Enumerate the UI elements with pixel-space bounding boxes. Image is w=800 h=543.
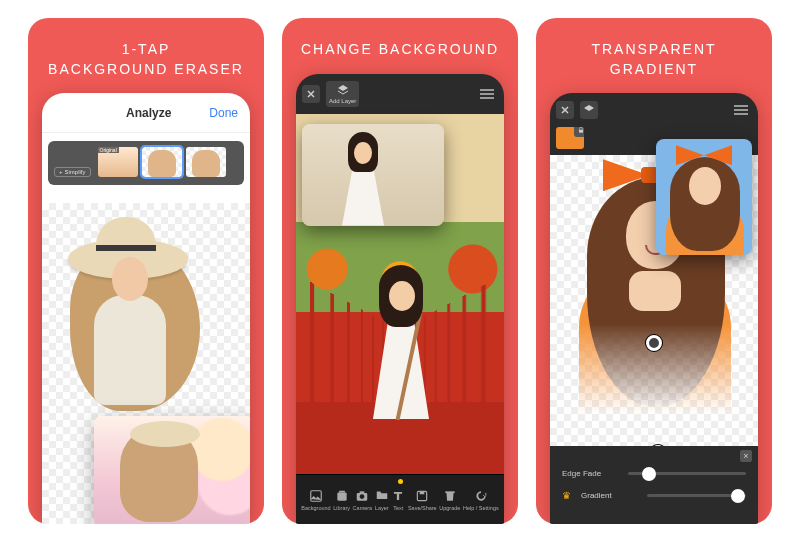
toolbar-text[interactable]: Text: [391, 489, 405, 511]
editor-header: [550, 93, 758, 127]
layer-thumb[interactable]: [556, 127, 584, 149]
svg-rect-5: [360, 491, 365, 493]
promo-card-1: 1-TAP BACKGROUND ERASER Analyze Done + S…: [28, 18, 264, 524]
gradient-handle-start[interactable]: [646, 335, 662, 351]
trash-icon: [443, 489, 457, 503]
card-title: CHANGE BACKGROUND: [301, 40, 499, 60]
thumb-cutout-1[interactable]: [142, 147, 182, 177]
menu-button[interactable]: [730, 101, 752, 119]
svg-point-4: [360, 494, 365, 499]
toolbar-camera[interactable]: Camera: [353, 489, 373, 511]
original-photo-popup: [94, 416, 250, 524]
close-button[interactable]: [556, 101, 574, 119]
toolbar-label: Text: [393, 505, 403, 511]
badge-dot: [398, 479, 403, 484]
lock-icon: [577, 127, 584, 134]
slider-edge-fade: Edge Fade: [562, 469, 746, 478]
save-icon: [415, 489, 429, 503]
header-title: Analyze: [126, 106, 171, 120]
gradient-controls: × Edge Fade ♛ Gradient: [550, 446, 758, 524]
slider-track[interactable]: [647, 494, 746, 497]
simplify-chip[interactable]: + Simplify: [54, 167, 91, 177]
reload-icon: [474, 489, 488, 503]
layers-icon: [583, 104, 595, 116]
close-button[interactable]: [302, 85, 320, 103]
foreground-person[interactable]: [363, 265, 437, 425]
phone-frame: Analyze Done + Simplify Original: [42, 93, 250, 524]
card-title: TRANSPARENT GRADIENT: [591, 40, 716, 79]
editor-header: Analyze Done: [42, 93, 250, 133]
slider-knob[interactable]: [642, 467, 656, 481]
original-photo-popup: [656, 139, 752, 255]
thumb-original[interactable]: Original: [98, 147, 138, 177]
toolbar-layer[interactable]: Layer: [375, 488, 389, 511]
toolbar-save[interactable]: Save/Share: [408, 489, 437, 511]
add-layer-label: Add Layer: [329, 98, 356, 104]
toolbar-label: Background: [301, 505, 330, 511]
add-layer-button[interactable]: Add Layer: [326, 81, 359, 107]
close-icon: [305, 88, 317, 100]
thumb-cutout-2[interactable]: [186, 147, 226, 177]
slider-gradient: ♛ Gradient: [562, 490, 746, 501]
toolbar-label: Library: [333, 505, 350, 511]
folder-icon: [375, 488, 389, 502]
svg-rect-1: [337, 492, 346, 500]
toolbar-library[interactable]: Library: [333, 489, 350, 511]
panel-close-button[interactable]: ×: [740, 450, 752, 462]
svg-rect-9: [579, 130, 583, 133]
promo-card-2: CHANGE BACKGROUND Add Layer: [282, 18, 518, 524]
layer-lock[interactable]: [574, 127, 584, 137]
card-title: 1-TAP BACKGROUND ERASER: [48, 40, 244, 79]
cutout-person[interactable]: [50, 211, 200, 411]
menu-button[interactable]: [476, 85, 498, 103]
slider-label: Edge Fade: [562, 469, 618, 478]
layers-icon: [337, 84, 349, 96]
toolbar-label: Save/Share: [408, 505, 437, 511]
camera-icon: [355, 489, 369, 503]
slider-label: Gradient: [581, 491, 637, 500]
simplify-label: Simplify: [65, 169, 86, 175]
toolbar-label: Layer: [375, 505, 389, 511]
phone-frame: Add Layer Background: [296, 74, 504, 524]
result-thumbnails: + Simplify Original: [48, 141, 244, 185]
toolbar-background[interactable]: Background: [301, 489, 330, 511]
slider-knob[interactable]: [731, 489, 745, 503]
thumb-label: Original: [98, 147, 119, 153]
plus-icon: +: [59, 169, 63, 175]
slider-track[interactable]: [628, 472, 746, 475]
toolbar-label: Help / Settings: [463, 505, 499, 511]
image-icon: [309, 489, 323, 503]
phone-frame: × Edge Fade ♛ Gradient: [550, 93, 758, 524]
close-icon: [559, 104, 571, 116]
bottom-toolbar: Background Library Camera Layer Text: [296, 474, 504, 524]
toolbar-label: Upgrade: [439, 505, 460, 511]
done-button[interactable]: Done: [209, 106, 238, 120]
promo-card-3: TRANSPARENT GRADIENT: [536, 18, 772, 524]
toolbar-label: Camera: [353, 505, 373, 511]
svg-rect-7: [420, 491, 425, 494]
svg-rect-8: [445, 491, 454, 493]
crown-icon: ♛: [562, 490, 571, 501]
library-icon: [335, 489, 349, 503]
editor-header: Add Layer: [296, 74, 504, 114]
original-photo-popup: [302, 124, 444, 226]
toolbar-upgrade[interactable]: Upgrade: [439, 489, 460, 511]
toolbar-help[interactable]: Help / Settings: [463, 489, 499, 511]
svg-rect-2: [339, 490, 345, 492]
text-icon: [391, 489, 405, 503]
add-layer-button[interactable]: [580, 101, 598, 119]
